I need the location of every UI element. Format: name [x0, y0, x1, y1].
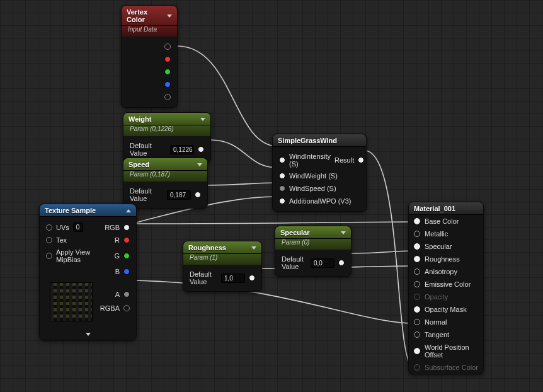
input-pin-weight[interactable]	[279, 173, 285, 179]
material-input-pin[interactable]	[414, 231, 420, 237]
output-pin-rgb[interactable]	[123, 224, 130, 231]
output-pin-rgba[interactable]	[123, 305, 130, 311]
material-pin-row[interactable]: Metallic	[409, 228, 483, 240]
output-pin[interactable]	[198, 146, 204, 153]
material-pin-row[interactable]: Base Color	[409, 215, 483, 228]
node-title: Speed	[129, 161, 149, 168]
output-pin-red[interactable]	[164, 56, 171, 62]
node-weight[interactable]: Weight Param (0,1226) Default Value 0,12…	[123, 112, 211, 163]
default-value-input[interactable]: 0,1226	[170, 145, 194, 154]
default-value-label: Default Value	[282, 255, 307, 270]
node-texture-sample[interactable]: Texture Sample UVs 0 RGB Tex R	[39, 204, 137, 340]
material-pin-row[interactable]: Tangent	[409, 328, 483, 341]
node-header[interactable]: Vertex Color	[122, 6, 177, 26]
node-vertex-color[interactable]: Vertex Color Input Data	[121, 5, 178, 108]
input-pin-tex[interactable]	[46, 237, 52, 243]
default-value-input[interactable]: 0,187	[167, 190, 191, 200]
output-pin[interactable]	[195, 192, 201, 198]
material-pin-row[interactable]: Opacity Mask	[409, 303, 483, 316]
default-value-label: Default Value	[190, 270, 217, 285]
chevron-down-icon[interactable]	[167, 14, 172, 18]
node-material-output[interactable]: Material_001 Base ColorMetallicSpecularR…	[408, 202, 484, 374]
a-label: A	[115, 291, 120, 298]
material-pin-row[interactable]: World Position Offset	[409, 341, 483, 361]
material-pin-row[interactable]: Normal	[409, 316, 483, 328]
node-header[interactable]: SimpleGrassWind	[273, 134, 366, 147]
material-input-pin[interactable]	[414, 218, 420, 224]
output-pin[interactable]	[249, 275, 255, 281]
input-pin-intensity[interactable]	[279, 157, 285, 163]
input-pin-speed[interactable]	[279, 185, 285, 192]
output-pin-green[interactable]	[164, 69, 171, 75]
node-roughness[interactable]: Roughness Param (1) Default Value 1,0	[183, 241, 262, 292]
node-title: Material_001	[414, 205, 455, 212]
chevron-down-icon[interactable]	[197, 163, 202, 166]
material-pin-label: Opacity	[425, 293, 448, 301]
b-label: B	[115, 268, 120, 275]
chevron-down-icon[interactable]	[341, 231, 346, 234]
output-pin-r[interactable]	[123, 237, 130, 243]
chevron-down-icon[interactable]	[86, 333, 91, 336]
node-specular[interactable]: Specular Param (0) Default Value 0,0	[275, 226, 352, 277]
material-input-pin[interactable]	[414, 319, 420, 325]
chevron-up-icon[interactable]	[126, 209, 131, 212]
material-pin-list: Base ColorMetallicSpecularRoughnessAniso…	[409, 215, 483, 374]
g-label: G	[114, 252, 120, 260]
weight-label: WindWeight (S)	[289, 172, 338, 180]
material-input-pin[interactable]	[414, 348, 420, 354]
output-pin-b[interactable]	[123, 268, 130, 275]
node-speed[interactable]: Speed Param (0,187) Default Value 0,187	[123, 158, 208, 209]
node-title: Vertex Color	[127, 8, 167, 23]
input-pin-awpo[interactable]	[279, 198, 285, 204]
material-pin-row[interactable]: Opacity	[409, 291, 483, 303]
default-value-input[interactable]: 1,0	[221, 274, 245, 283]
node-subtitle: Param (0,1226)	[123, 125, 210, 136]
mipbias-label: Apply View MipBias	[56, 248, 110, 263]
material-input-pin[interactable]	[414, 306, 420, 313]
material-input-pin[interactable]	[414, 243, 420, 250]
node-header[interactable]: Texture Sample	[40, 204, 136, 217]
output-pin-white[interactable]	[164, 43, 171, 50]
material-pin-row[interactable]: Emissive Color	[409, 278, 483, 291]
node-subtitle: Param (0)	[275, 239, 351, 250]
r-label: R	[115, 236, 120, 244]
material-pin-row[interactable]: Anisotropy	[409, 265, 483, 278]
material-pin-label: Specular	[425, 243, 452, 250]
rgba-label: RGBA	[100, 304, 120, 312]
node-header[interactable]: Specular	[275, 226, 351, 239]
input-pin-uvs[interactable]	[46, 224, 52, 231]
material-pin-row[interactable]: Roughness	[409, 253, 483, 265]
material-input-pin[interactable]	[414, 268, 420, 275]
material-input-pin[interactable]	[414, 364, 420, 371]
node-header[interactable]: Material_001	[409, 202, 483, 215]
chevron-down-icon[interactable]	[251, 246, 256, 250]
node-header[interactable]: Roughness	[183, 241, 261, 254]
material-pin-label: Subsurface Color	[425, 364, 478, 371]
material-pin-label: Tangent	[425, 331, 449, 338]
output-pin-a[interactable]	[123, 291, 130, 297]
material-pin-label: World Position Offset	[425, 343, 478, 359]
node-title: Texture Sample	[45, 207, 96, 214]
material-input-pin[interactable]	[414, 281, 420, 287]
node-title: Weight	[129, 115, 151, 123]
input-pin-mipbias[interactable]	[46, 253, 52, 259]
chevron-down-icon[interactable]	[200, 118, 205, 121]
material-input-pin[interactable]	[414, 256, 420, 262]
material-pin-row[interactable]: Subsurface Color	[409, 361, 483, 374]
material-pin-label: Normal	[425, 318, 447, 326]
node-simple-grass-wind[interactable]: SimpleGrassWind WindIntensity (S) Result…	[272, 134, 367, 212]
material-input-pin[interactable]	[414, 331, 420, 338]
material-pin-row[interactable]: Specular	[409, 240, 483, 253]
material-pin-label: Anisotropy	[425, 268, 457, 275]
output-pin-blue[interactable]	[164, 81, 171, 88]
output-pin-g[interactable]	[123, 253, 130, 259]
output-pin-result[interactable]	[358, 157, 364, 163]
output-pin-alpha[interactable]	[164, 94, 171, 100]
material-input-pin[interactable]	[414, 294, 420, 300]
node-header[interactable]: Weight	[123, 113, 210, 125]
uvs-value[interactable]: 0	[73, 222, 83, 232]
node-header[interactable]: Speed	[123, 158, 207, 171]
material-pin-label: Emissive Color	[425, 280, 471, 288]
output-pin[interactable]	[338, 260, 345, 266]
default-value-input[interactable]: 0,0	[311, 258, 334, 268]
